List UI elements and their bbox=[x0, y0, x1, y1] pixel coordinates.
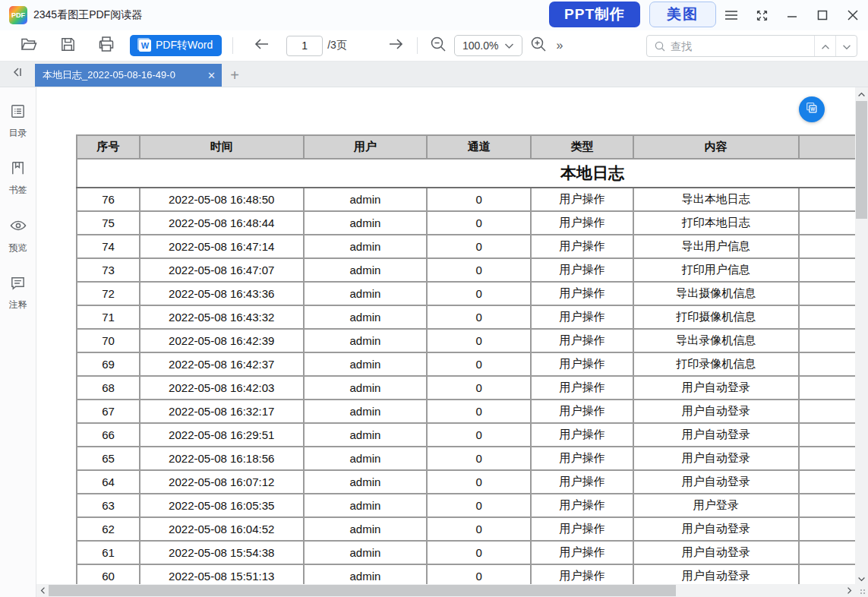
search-input[interactable] bbox=[671, 40, 814, 52]
vertical-scroll-thumb[interactable] bbox=[856, 101, 867, 219]
table-cell: 用户自动登录 bbox=[633, 564, 799, 584]
table-cell: 用户操作 bbox=[531, 470, 633, 494]
table-cell: 66 bbox=[77, 423, 140, 447]
table-cell: 用户操作 bbox=[531, 494, 633, 517]
chevron-down-icon bbox=[504, 39, 514, 52]
prev-page-button[interactable] bbox=[251, 35, 273, 56]
zoom-level-dropdown[interactable]: 100.0% bbox=[454, 35, 522, 56]
sidebar-item-toc[interactable]: 目录 bbox=[9, 103, 27, 140]
eye-icon bbox=[9, 216, 27, 238]
sidebar-item-annotations[interactable]: 注释 bbox=[9, 274, 27, 311]
table-cell bbox=[799, 541, 855, 564]
table-cell: admin bbox=[304, 235, 428, 258]
pdf-to-word-label: PDF转Word bbox=[156, 39, 213, 52]
sidebar-item-bookmarks[interactable]: 书签 bbox=[9, 160, 27, 197]
tab-bar: 本地日志_2022-05-08-16-49-0 ✕ + bbox=[0, 62, 868, 87]
minimize-icon bbox=[787, 10, 797, 21]
table-cell: 75 bbox=[77, 211, 140, 235]
pdf-to-word-float-button[interactable]: W bbox=[799, 96, 825, 122]
tab-close-icon[interactable]: ✕ bbox=[207, 70, 216, 81]
save-button[interactable] bbox=[58, 36, 77, 55]
collapse-tabs-button[interactable] bbox=[0, 61, 35, 87]
document-tab[interactable]: 本地日志_2022-05-08-16-49-0 ✕ bbox=[35, 64, 222, 87]
table-title-row: 本地日志 bbox=[77, 159, 855, 188]
zoom-in-button[interactable] bbox=[529, 36, 548, 55]
scroll-down-button[interactable] bbox=[855, 572, 868, 584]
table-cell: 2022-05-08 16:47:14 bbox=[140, 235, 304, 258]
table-cell: 0 bbox=[427, 329, 531, 352]
scroll-left-button[interactable] bbox=[36, 584, 49, 597]
page-total-label: /3页 bbox=[327, 39, 347, 52]
table-cell: 76 bbox=[77, 188, 140, 211]
expand-arrows-icon bbox=[756, 9, 769, 22]
table-row: 612022-05-08 15:54:38admin0用户操作用户自动登录 bbox=[77, 541, 855, 564]
menu-button[interactable] bbox=[716, 0, 746, 30]
fullscreen-button[interactable] bbox=[746, 0, 777, 30]
plus-icon: + bbox=[230, 67, 239, 84]
table-cell: 0 bbox=[427, 211, 531, 235]
table-cell: 0 bbox=[427, 376, 531, 400]
pdf-page[interactable]: 本地日志 序号 时间 用户 通道 类型 内容 762022-05-08 16:4… bbox=[36, 87, 855, 584]
toolbar-more-button[interactable]: » bbox=[556, 39, 563, 52]
word-pages-icon: W bbox=[805, 101, 819, 118]
print-button[interactable] bbox=[96, 36, 116, 55]
table-row: 642022-05-08 16:07:12admin0用户操作用户自动登录 bbox=[77, 470, 855, 494]
scroll-up-button[interactable] bbox=[855, 87, 868, 100]
vertical-scrollbar[interactable] bbox=[855, 87, 868, 584]
find-next-button[interactable] bbox=[835, 36, 857, 56]
close-button[interactable] bbox=[838, 0, 868, 30]
table-cell: 导出摄像机信息 bbox=[633, 282, 799, 305]
scroll-right-button[interactable] bbox=[843, 584, 855, 597]
chevron-up-icon bbox=[821, 39, 830, 53]
horizontal-scrollbar[interactable] bbox=[36, 584, 855, 597]
find-previous-button[interactable] bbox=[814, 36, 835, 56]
table-cell bbox=[799, 282, 855, 305]
table-row: 742022-05-08 16:47:14admin0用户操作导出用户信息 bbox=[77, 235, 855, 258]
table-cell: 2022-05-08 16:18:56 bbox=[140, 447, 304, 470]
table-cell: 0 bbox=[427, 423, 531, 447]
table-cell: 68 bbox=[77, 376, 140, 400]
hamburger-icon bbox=[724, 10, 738, 21]
meitu-button[interactable]: 美图 bbox=[649, 2, 716, 27]
table-cell: 用户自动登录 bbox=[633, 517, 799, 541]
bookmark-icon bbox=[9, 160, 27, 180]
table-cell: 70 bbox=[77, 329, 140, 352]
ppt-make-button[interactable]: PPT制作 bbox=[549, 2, 640, 27]
sidebar-item-preview[interactable]: 预览 bbox=[9, 216, 27, 254]
table-cell: 2022-05-08 16:05:35 bbox=[140, 494, 304, 517]
pdf-to-word-button[interactable]: W PDF转Word bbox=[130, 35, 222, 56]
next-page-button[interactable] bbox=[385, 35, 406, 56]
zoom-out-icon bbox=[429, 35, 447, 56]
maximize-button[interactable] bbox=[807, 0, 838, 30]
zoom-out-button[interactable] bbox=[428, 36, 448, 55]
new-tab-button[interactable]: + bbox=[222, 64, 248, 87]
table-cell: 导出本地日志 bbox=[633, 188, 799, 211]
comment-icon bbox=[9, 274, 27, 295]
table-cell bbox=[799, 352, 855, 376]
table-cell: 0 bbox=[427, 235, 531, 258]
table-cell bbox=[799, 235, 855, 258]
page-number-input[interactable] bbox=[286, 36, 323, 56]
table-cell: 用户登录 bbox=[633, 494, 799, 517]
table-cell: 65 bbox=[77, 447, 140, 470]
table-row: 652022-05-08 16:18:56admin0用户操作用户自动登录 bbox=[77, 447, 855, 470]
titlebar: PDF 2345看图王PDF阅读器 PPT制作 美图 bbox=[0, 0, 868, 30]
table-row: 762022-05-08 16:48:50admin0用户操作导出本地日志 bbox=[77, 188, 855, 211]
table-cell: 2022-05-08 16:48:44 bbox=[140, 211, 304, 235]
toc-icon bbox=[9, 103, 27, 123]
word-doc-icon: W bbox=[139, 39, 151, 52]
table-cell: admin bbox=[304, 541, 428, 564]
resize-corner[interactable] bbox=[855, 584, 868, 597]
table-cell: 69 bbox=[77, 352, 140, 376]
table-cell: 67 bbox=[77, 400, 140, 423]
table-cell: 导出用户信息 bbox=[633, 235, 799, 258]
arrow-right-icon bbox=[387, 35, 405, 56]
table-cell: admin bbox=[304, 305, 428, 329]
zoom-in-icon bbox=[529, 35, 548, 56]
horizontal-scroll-thumb[interactable] bbox=[49, 585, 676, 596]
open-file-button[interactable] bbox=[19, 36, 39, 55]
minimize-button[interactable] bbox=[777, 0, 807, 30]
table-cell: 60 bbox=[77, 564, 140, 584]
table-cell: 62 bbox=[77, 517, 140, 541]
table-cell: 71 bbox=[77, 305, 140, 329]
